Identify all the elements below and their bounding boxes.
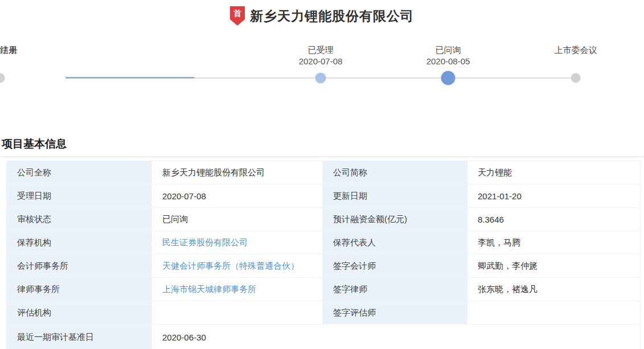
field-label-valuation-agency: 评估机构 — [7, 301, 152, 325]
first-board-badge-icon: 首 — [230, 6, 245, 26]
field-value-latest-audit-base-date: 2020-06-30 — [152, 325, 641, 349]
table-row: 律师事务所 上海市锦天城律师事务所 签字律师 张东晓，褚逸凡 — [7, 278, 641, 301]
field-value-sponsor-representative: 李凯，马腾 — [467, 231, 641, 254]
table-row: 评估机构 签字评估师 — [7, 301, 641, 325]
step-date — [524, 56, 627, 67]
field-label-signing-accountant: 签字会计师 — [323, 254, 467, 278]
section-title-basic-info: 项目基本信息 — [0, 137, 644, 151]
field-value-review-status: 已问询 — [152, 208, 323, 231]
step-date — [0, 56, 51, 67]
step-listing-committee: 上市委会议 — [524, 44, 627, 67]
field-value-update-date: 2021-01-20 — [467, 184, 641, 208]
stepper-track-active — [65, 77, 194, 79]
page-header: 首 新乡天力锂能股份有限公司 — [0, 0, 644, 26]
field-value-company-full-name: 新乡天力锂能股份有限公司 — [152, 161, 323, 184]
table-row: 审核状态 已问询 预计融资金额(亿元) 8.3646 — [7, 208, 641, 231]
table-row: 会计师事务所 天健会计师事务所（特殊普通合伙） 签字会计师 卿武勤，李仲篪 — [7, 254, 641, 278]
step-dot-icon — [441, 71, 456, 85]
step-label: 已受理 — [269, 44, 372, 56]
sponsor-link[interactable]: 民生证券股份有限公司 — [162, 237, 248, 247]
field-value-planned-financing: 8.3646 — [467, 208, 641, 231]
step-date: 2020-07-08 — [269, 56, 372, 67]
field-label-accounting-firm: 会计师事务所 — [7, 254, 152, 278]
step-dot-icon — [571, 73, 581, 83]
table-row: 最近一期审计基准日 2020-06-30 — [7, 325, 641, 349]
field-value-signing-lawyer: 张东晓，褚逸凡 — [467, 278, 641, 301]
field-value-valuation-agency — [152, 301, 323, 325]
table-row: 公司全称 新乡天力锂能股份有限公司 公司简称 天力锂能 — [7, 161, 641, 184]
field-value-sponsor: 民生证券股份有限公司 — [152, 231, 323, 254]
field-value-accounting-firm: 天健会计师事务所（特殊普通合伙） — [152, 254, 323, 278]
step-dot-icon — [0, 73, 5, 83]
field-label-company-full-name: 公司全称 — [7, 161, 152, 184]
law-firm-link[interactable]: 上海市锦天城律师事务所 — [162, 284, 256, 294]
field-value-signing-accountant: 卿武勤，李仲篪 — [467, 254, 641, 278]
table-row: 受理日期 2020-07-08 更新日期 2021-01-20 — [7, 184, 641, 208]
field-label-latest-audit-base-date: 最近一期审计基准日 — [7, 325, 152, 349]
section-divider — [0, 157, 644, 157]
step-label: 注册结果 — [0, 44, 51, 56]
field-label-planned-financing: 预计融资金额(亿元) — [323, 208, 467, 231]
project-basic-info-table: 公司全称 新乡天力锂能股份有限公司 公司简称 天力锂能 受理日期 2020-07… — [6, 161, 641, 349]
field-value-signing-valuator — [467, 301, 641, 325]
field-label-sponsor: 保荐机构 — [7, 231, 152, 254]
step-registration-result: 注册结果 — [0, 44, 51, 67]
field-label-signing-valuator: 签字评估师 — [323, 301, 467, 325]
field-label-update-date: 更新日期 — [323, 184, 467, 208]
field-label-signing-lawyer: 签字律师 — [323, 278, 467, 301]
accounting-firm-link[interactable]: 天健会计师事务所（特殊普通合伙） — [162, 261, 299, 270]
page-title: 新乡天力锂能股份有限公司 — [250, 7, 414, 25]
step-dot-icon — [315, 73, 326, 84]
step-accepted: 已受理 2020-07-08 — [269, 44, 372, 67]
table-row: 保荐机构 民生证券股份有限公司 保荐代表人 李凯，马腾 — [7, 231, 641, 254]
review-progress-stepper: 已受理 2020-07-08 已问询 2020-08-05 上市委会议 提交注册… — [0, 44, 644, 89]
step-inquired: 已问询 2020-08-05 — [397, 44, 499, 67]
field-value-law-firm: 上海市锦天城律师事务所 — [152, 278, 323, 301]
step-date: 2020-08-05 — [397, 56, 499, 67]
field-label-review-status: 审核状态 — [7, 208, 152, 231]
field-label-sponsor-representative: 保荐代表人 — [323, 231, 467, 254]
field-value-acceptance-date: 2020-07-08 — [152, 184, 323, 208]
field-label-law-firm: 律师事务所 — [7, 278, 152, 301]
field-label-acceptance-date: 受理日期 — [7, 184, 152, 208]
field-label-company-short-name: 公司简称 — [323, 161, 467, 184]
step-label: 上市委会议 — [524, 44, 627, 56]
field-value-company-short-name: 天力锂能 — [467, 161, 641, 184]
step-label: 已问询 — [397, 44, 499, 56]
